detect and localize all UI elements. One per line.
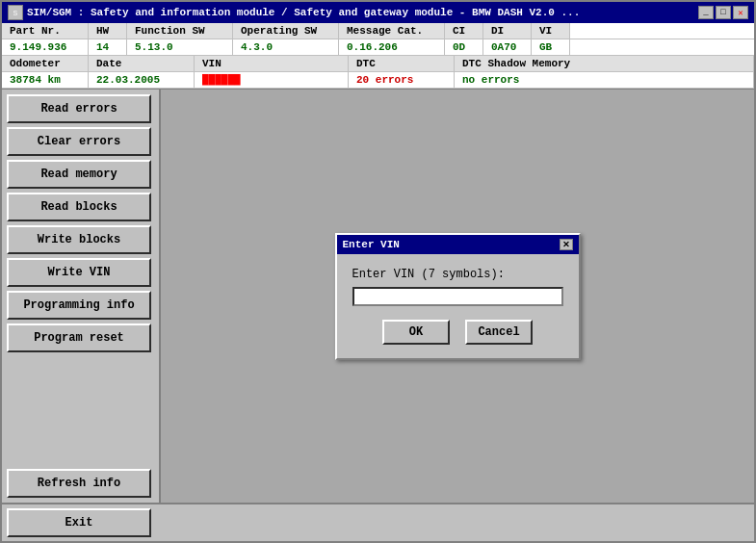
col-odometer-header: Odometer: [2, 56, 89, 71]
window-icon: S: [8, 5, 23, 20]
col-operating-sw-header: Operating SW: [233, 23, 339, 39]
col-part-nr-header: Part Nr.: [2, 23, 89, 39]
date-value: 22.03.2005: [89, 72, 195, 88]
dialog-body: Enter VIN (7 symbols): OK Cancel: [337, 254, 579, 358]
col-function-sw-header: Function SW: [127, 23, 233, 39]
vin-input[interactable]: [352, 287, 563, 306]
vin-value: ██████: [195, 72, 349, 88]
enter-vin-dialog: Enter VIN ✕ Enter VIN (7 symbols): OK Ca…: [335, 233, 581, 360]
dialog-cancel-button[interactable]: Cancel: [465, 320, 533, 345]
bottom-bar: Exit: [2, 503, 754, 541]
operating-sw-value: 4.3.0: [233, 39, 339, 55]
dialog-close-button[interactable]: ✕: [560, 239, 573, 250]
dialog-title-text: Enter VIN: [343, 239, 400, 250]
window-title: SIM/SGM : Safety and information module …: [27, 7, 580, 18]
dialog-ok-button[interactable]: OK: [382, 320, 450, 345]
part-nr-value: 9.149.936: [2, 39, 89, 55]
col-message-cat-header: Message Cat.: [339, 23, 445, 39]
ci-value: 0D: [445, 39, 483, 55]
clear-errors-button[interactable]: Clear errors: [7, 127, 151, 156]
sidebar-spacer: [7, 356, 154, 465]
col-ci-header: CI: [445, 23, 483, 39]
read-blocks-button[interactable]: Read blocks: [7, 193, 151, 221]
col-hw-header: HW: [89, 23, 127, 39]
info-table: Part Nr. HW Function SW Operating SW Mes…: [2, 23, 754, 90]
col-di-header: DI: [483, 23, 532, 39]
dialog-input-label: Enter VIN (7 symbols):: [352, 268, 563, 281]
minimize-button[interactable]: _: [698, 6, 714, 19]
col-dtc-shadow-header: DTC Shadow Memory: [455, 56, 754, 71]
main-window: S SIM/SGM : Safety and information modul…: [0, 0, 756, 543]
content-area: Enter VIN ✕ Enter VIN (7 symbols): OK Ca…: [161, 90, 754, 503]
close-button[interactable]: ✕: [733, 6, 748, 19]
dialog-title-bar: Enter VIN ✕: [337, 235, 579, 254]
title-bar: S SIM/SGM : Safety and information modul…: [2, 2, 754, 23]
program-reset-button[interactable]: Program reset: [7, 323, 151, 352]
dialog-overlay: Enter VIN ✕ Enter VIN (7 symbols): OK Ca…: [161, 90, 754, 503]
dtc-value: 20 errors: [349, 72, 455, 88]
di-value: 0A70: [483, 39, 532, 55]
read-memory-button[interactable]: Read memory: [7, 160, 151, 189]
programming-info-button[interactable]: Programming info: [7, 291, 151, 320]
read-errors-button[interactable]: Read errors: [7, 94, 151, 123]
value-row-1: 9.149.936 14 5.13.0 4.3.0 0.16.206 0D 0A…: [2, 39, 754, 56]
vi-value: GB: [532, 39, 570, 55]
refresh-info-button[interactable]: Refresh info: [7, 469, 151, 498]
maximize-button[interactable]: □: [716, 6, 731, 19]
header-row-1: Part Nr. HW Function SW Operating SW Mes…: [2, 23, 754, 39]
odometer-value: 38784 km: [2, 72, 89, 88]
function-sw-value: 5.13.0: [127, 39, 233, 55]
header-row-2: Odometer Date VIN DTC DTC Shadow Memory: [2, 56, 754, 72]
main-content: Read errors Clear errors Read memory Rea…: [2, 90, 754, 503]
title-bar-controls: _ □ ✕: [698, 6, 748, 19]
write-blocks-button[interactable]: Write blocks: [7, 225, 151, 254]
hw-value: 14: [89, 39, 127, 55]
col-date-header: Date: [89, 56, 195, 71]
dialog-buttons: OK Cancel: [352, 320, 563, 349]
dtc-shadow-value: no errors: [455, 72, 754, 88]
message-cat-value: 0.16.206: [339, 39, 445, 55]
col-vin-header: VIN: [195, 56, 349, 71]
col-dtc-header: DTC: [349, 56, 455, 71]
exit-button[interactable]: Exit: [7, 508, 151, 537]
value-row-2: 38784 km 22.03.2005 ██████ 20 errors no …: [2, 72, 754, 89]
col-vi-header: VI: [532, 23, 570, 39]
write-vin-button[interactable]: Write VIN: [7, 258, 151, 287]
sidebar: Read errors Clear errors Read memory Rea…: [2, 90, 161, 503]
